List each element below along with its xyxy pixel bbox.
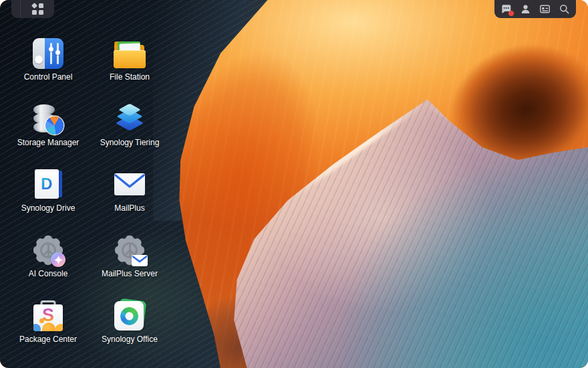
envelope-badge: [132, 255, 148, 266]
storage-manager-icon: [32, 103, 64, 135]
desktop-icon-package-center[interactable]: S Package Center: [7, 296, 89, 361]
database-art: [32, 103, 64, 135]
desktop-icon-label: Storage Manager: [17, 138, 80, 148]
desktop-icon-file-station[interactable]: File Station: [89, 33, 170, 99]
taskbar-tray-pill: [494, 0, 576, 18]
user-icon: [520, 3, 531, 15]
chat-notifications-button[interactable]: [498, 1, 514, 17]
taskbar-left-pill: [11, 0, 54, 18]
package-center-icon: S: [32, 300, 64, 332]
pie-chart: [45, 116, 63, 134]
desktop-icon-label: Package Center: [19, 335, 77, 345]
main-menu-grid-icon: [32, 3, 43, 15]
desktop-icon-ai-console[interactable]: AI Console: [7, 230, 89, 296]
search-icon: [559, 3, 570, 15]
gear-art: [114, 235, 145, 266]
desktop-icon-synology-office[interactable]: Synology Office: [89, 296, 170, 361]
dune-crest-highlight: [285, 96, 430, 202]
folder-front: [114, 50, 146, 68]
search-button[interactable]: [557, 1, 573, 17]
envelope-flap: [114, 173, 145, 195]
ai-console-icon: [32, 234, 64, 266]
office-ring-logo: [120, 307, 138, 325]
drive-logo-letter: D: [41, 176, 52, 192]
gear-art: [33, 235, 63, 266]
wallpaper-canyon-bowl: [430, 18, 588, 199]
office-white-card: [114, 301, 144, 331]
synology-tiering-icon: [114, 103, 146, 135]
cp-slider-track: [50, 43, 52, 64]
desktop-icon-mailplus-server[interactable]: MailPlus Server: [89, 230, 170, 296]
cp-knob: [35, 56, 43, 64]
desktop-icon-label: File Station: [110, 72, 150, 82]
cp-gray-panel: [33, 38, 45, 69]
dune-crest-highlight-2: [424, 100, 524, 163]
desktop-icon-label: MailPlus Server: [102, 269, 158, 279]
package-center-logo-letter: S: [33, 305, 63, 325]
dsm-desktop: Control Panel File Station: [0, 0, 588, 368]
desktop-icon-synology-tiering[interactable]: Synology Tiering: [89, 99, 170, 165]
cp-blue-panel: [45, 38, 63, 69]
synology-drive-icon: D: [32, 169, 64, 201]
bag-body: S: [33, 304, 63, 331]
desktop-icon-label: Synology Drive: [21, 203, 76, 213]
show-desktop-button[interactable]: [11, 0, 21, 18]
desktop-icon-label: Control Panel: [24, 72, 73, 82]
desktop-icon-label: Synology Tiering: [100, 138, 160, 148]
grid-square: [39, 10, 43, 15]
ai-sparkle-badge: [51, 252, 65, 267]
desktop-icon-mailplus[interactable]: MailPlus: [89, 165, 170, 230]
desktop-icon-label: AI Console: [29, 269, 68, 279]
dune-teal-corner: [334, 154, 588, 368]
notification-dot: [508, 11, 514, 16]
desktop-icon-label: Synology Office: [102, 335, 158, 345]
mailplus-icon: [114, 169, 146, 201]
grid-square: [32, 10, 37, 15]
widgets-button[interactable]: [537, 1, 553, 17]
user-menu-button[interactable]: [517, 1, 533, 17]
file-station-icon: [114, 37, 146, 70]
envelope-badge-flap: [132, 255, 148, 266]
synology-office-icon: [114, 300, 146, 332]
widgets-card-icon: [539, 3, 551, 15]
main-menu-button[interactable]: [21, 0, 54, 18]
grid-square: [39, 3, 43, 8]
rock-edge-sheen: [153, 0, 283, 221]
mailplus-server-icon: [114, 234, 146, 266]
control-panel-icon: [32, 37, 64, 70]
drive-card-white: D: [35, 169, 59, 199]
cp-slider-knob: [49, 47, 53, 52]
desktop-icon-label: MailPlus: [114, 203, 144, 213]
cp-slider-knob: [55, 50, 60, 55]
control-panel-art: [33, 38, 63, 69]
envelope-art: [114, 169, 146, 201]
sparkle-icon: [53, 255, 63, 265]
office-card-art: [114, 300, 146, 332]
layer-stack-art: [114, 103, 146, 135]
desktop-icon-grid: Control Panel File Station: [7, 33, 170, 361]
dune-cream-wash: [267, 120, 494, 314]
shopping-bag-art: S: [32, 300, 64, 332]
desktop-icon-storage-manager[interactable]: Storage Manager: [7, 99, 89, 165]
folder-art: [114, 39, 146, 68]
desktop-icon-control-panel[interactable]: Control Panel: [7, 33, 89, 99]
drive-card-art: D: [32, 169, 64, 201]
desktop-icon-synology-drive[interactable]: D Synology Drive: [7, 165, 89, 230]
grid-diamond: [31, 3, 37, 9]
